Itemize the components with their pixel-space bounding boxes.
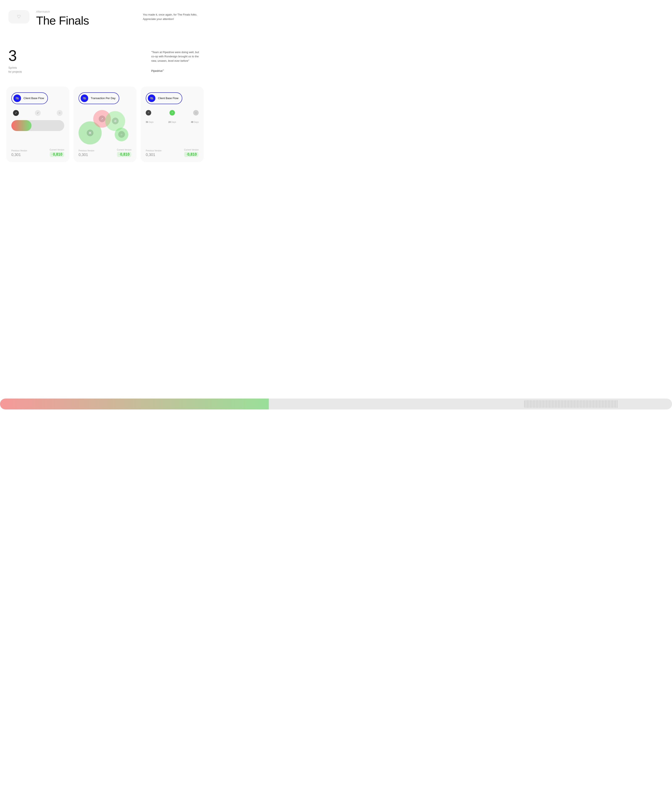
versions-row-2: Previous Version 0,301 Current Version ↑… (79, 149, 132, 157)
wave-dot-2: ✓ (169, 110, 175, 115)
quote-block: "Team at Pipedrive were doing well, but … (151, 48, 202, 73)
curr-version-block-2: Current Version ↑ 0,810 (117, 149, 132, 157)
prev-version-value-1: 0,301 (11, 153, 27, 157)
wave-day-1: 36 Days (146, 121, 154, 123)
curr-version-label-3: Current Version (184, 149, 199, 151)
dot-empty-1: ○ (57, 110, 63, 116)
curr-version-highlight-1: ↑ 0,810 (50, 152, 64, 157)
prev-version-block-3: Previous Version 0,301 (146, 150, 162, 157)
cards-section: 🛍 Client Base Flow ✓ ✓ ○ Previous Versio… (0, 82, 210, 175)
curr-version-block-3: Current Version ↑ 0,810 (184, 149, 199, 157)
prev-version-label-3: Previous Version (146, 150, 162, 152)
heart-button[interactable]: ♡ (8, 10, 29, 23)
curr-version-highlight-3: ↑ 0,810 (184, 152, 199, 157)
curr-version-value-1: 0,810 (53, 152, 62, 157)
aftermatch-label: Aftermatch (36, 10, 136, 13)
version-arrow-1: ↑ (52, 153, 53, 155)
prev-version-value-2: 0,301 (79, 153, 94, 157)
version-arrow-2: ↑ (119, 153, 120, 155)
slider-viz: ✓ ✓ ○ (11, 110, 64, 144)
header-section: ♡ Aftermatch The Finals You made it, onc… (0, 0, 210, 35)
card-footer-2: Previous Version 0,301 Current Version ↑… (79, 144, 132, 157)
bubble-icon-circle: ⊘ (112, 118, 119, 124)
card-transaction-per-day: 🛍 Transaction Per Day ⌘ ↗ ⊘ ○ P (74, 87, 137, 162)
prev-version-label-2: Previous Version (79, 150, 94, 152)
card-footer-3: Previous Version 0,301 Current Version ↑… (146, 144, 199, 157)
slider-fill (11, 120, 32, 131)
sprints-label: Sprintsfor projects (8, 66, 33, 74)
curr-version-highlight-2: ↑ 0,810 (117, 152, 132, 157)
version-arrow-3: ↑ (186, 153, 187, 155)
bubble-icon-chat: ○ (118, 131, 125, 138)
quote-text: "Team at Pipedrive were doing well, but … (151, 50, 202, 63)
big-number: 3 (8, 48, 33, 63)
curr-version-label-2: Current Version (117, 149, 132, 151)
dot-check-1: ✓ (13, 110, 19, 116)
curr-version-label-1: Current Version (50, 149, 64, 151)
middle-section: 3 Sprintsfor projects "Team at Pipedrive… (0, 35, 210, 82)
wave-days: 36 Days 24 Days 48 Days (146, 121, 199, 123)
card-header-1: 🛍 Client Base Flow (11, 92, 48, 104)
dot-check-2: ✓ (35, 110, 41, 116)
bubble-icon-cmd: ⌘ (87, 130, 94, 136)
versions-row-1: Previous Version 0,301 Current Version ↑… (11, 149, 64, 157)
stats-block: 3 Sprintsfor projects (8, 48, 33, 74)
card-title-3: Client Base Flow (158, 97, 179, 100)
wave-day-3: 48 Days (191, 121, 199, 123)
prev-version-block-2: Previous Version 0,301 (79, 150, 94, 157)
card-footer-1: Previous Version 0,301 Current Version ↑… (11, 144, 64, 157)
wave-viz: ✓ ✓ ○ 36 Days 24 Days 48 Days (146, 110, 199, 144)
heart-icon: ♡ (17, 14, 21, 20)
card-title-1: Client Base Flow (23, 97, 44, 100)
card-client-base-flow-1: 🛍 Client Base Flow ✓ ✓ ○ Previous Versio… (6, 87, 69, 162)
slider-dots: ✓ ✓ ○ (11, 110, 64, 116)
card-header-3: 🛍 Client Base Flow (146, 92, 182, 104)
slider-track[interactable] (11, 120, 64, 131)
wave-dot-1: ✓ (146, 110, 151, 115)
versions-row-3: Previous Version 0,301 Current Version ↑… (146, 149, 199, 157)
card-icon-2: 🛍 (81, 95, 88, 102)
card-icon-3: 🛍 (148, 95, 155, 102)
bubble-small-green: ○ (115, 128, 128, 141)
title-block: Aftermatch The Finals (36, 10, 136, 27)
header-description: You made it, once again, for The Finals … (143, 13, 202, 22)
curr-version-value-3: 0,810 (187, 152, 197, 157)
card-header-2: 🛍 Transaction Per Day (79, 92, 119, 104)
prev-version-value-3: 0,301 (146, 153, 162, 157)
card-client-base-flow-2: 🛍 Client Base Flow ✓ ✓ ○ 36 Days 24 Days… (141, 87, 204, 162)
curr-version-block-1: Current Version ↑ 0,810 (50, 149, 64, 157)
company-name: Pipedrive® (151, 69, 202, 72)
description-block: You made it, once again, for The Finals … (143, 10, 202, 22)
wave-dot-3: ○ (193, 110, 199, 115)
prev-version-label-1: Previous Version (11, 150, 27, 152)
main-title: The Finals (36, 14, 136, 27)
bubble-icon-arrow: ↗ (99, 115, 105, 122)
prev-version-block-1: Previous Version 0,301 (11, 150, 27, 157)
wave-dots: ✓ ✓ ○ (146, 110, 199, 115)
card-title-2: Transaction Per Day (91, 97, 115, 100)
curr-version-value-2: 0,810 (120, 152, 130, 157)
card-icon-1: 🛍 (13, 95, 21, 102)
wave-day-2: 24 Days (169, 121, 176, 123)
bubble-viz: ⌘ ↗ ⊘ ○ (79, 110, 132, 144)
